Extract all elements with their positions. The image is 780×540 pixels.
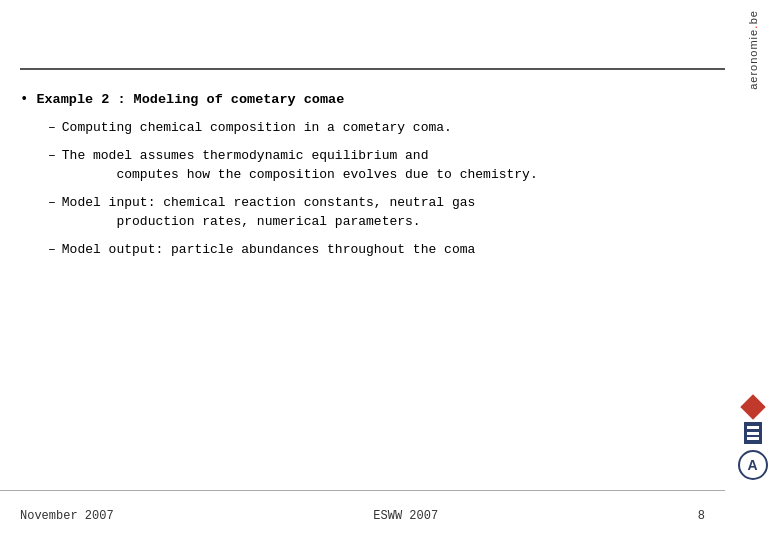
a-icon: A bbox=[738, 450, 768, 480]
dash-1: – bbox=[48, 118, 56, 138]
logo-text: aeronomie.be bbox=[745, 10, 760, 90]
sub-items-list: – Computing chemical composition in a co… bbox=[48, 118, 720, 259]
sub-item-4: – Model output: particle abundances thro… bbox=[48, 240, 720, 260]
bullet-marker: • bbox=[20, 91, 28, 107]
bullet-title: Example 2 : Modeling of cometary comae bbox=[36, 90, 344, 110]
footer-page: 8 bbox=[698, 509, 705, 523]
diamond-icon bbox=[740, 394, 765, 419]
footer-date: November 2007 bbox=[20, 509, 114, 523]
rect-line-2 bbox=[747, 432, 759, 435]
top-divider bbox=[20, 68, 725, 70]
dash-4: – bbox=[48, 240, 56, 260]
sub-text-3: Model input: chemical reaction constants… bbox=[62, 193, 475, 232]
footer-conference: ESWW 2007 bbox=[373, 509, 438, 523]
main-content: • Example 2 : Modeling of cometary comae… bbox=[20, 80, 720, 480]
logo-dot: . bbox=[745, 24, 760, 29]
bullet-item: • Example 2 : Modeling of cometary comae bbox=[20, 90, 720, 110]
rect-icon bbox=[744, 422, 762, 444]
rect-line-1 bbox=[747, 426, 759, 429]
dash-2: – bbox=[48, 146, 56, 166]
sub-text-1: Computing chemical composition in a come… bbox=[62, 118, 452, 138]
sub-item-1: – Computing chemical composition in a co… bbox=[48, 118, 720, 138]
sub-item-2: – The model assumes thermodynamic equili… bbox=[48, 146, 720, 185]
dash-3: – bbox=[48, 193, 56, 213]
rect-line-3 bbox=[747, 437, 759, 440]
bottom-icons: A bbox=[730, 398, 775, 480]
sub-item-3: – Model input: chemical reaction constan… bbox=[48, 193, 720, 232]
bullet-section: • Example 2 : Modeling of cometary comae… bbox=[20, 90, 720, 259]
footer: November 2007 ESWW 2007 8 bbox=[0, 490, 725, 540]
sub-text-4: Model output: particle abundances throug… bbox=[62, 240, 475, 260]
sub-text-2: The model assumes thermodynamic equilibr… bbox=[62, 146, 538, 185]
